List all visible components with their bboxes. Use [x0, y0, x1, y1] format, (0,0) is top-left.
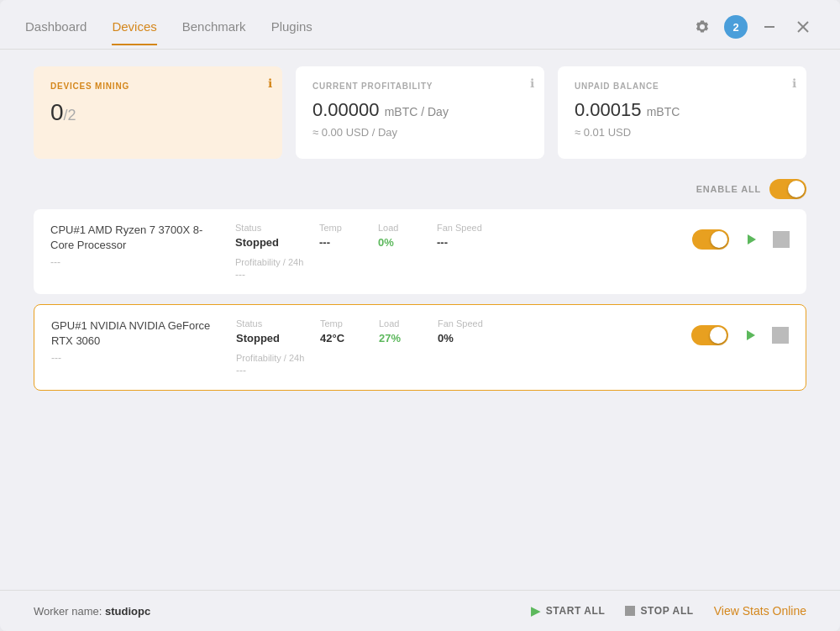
start-all-label: START ALL: [546, 605, 606, 617]
nav-tabs: Dashboard Devices Benchmark Plugins: [25, 19, 312, 45]
profitability-info-icon[interactable]: ℹ: [530, 76, 534, 90]
device-stats-values-gpu1: Stopped 42°C 27% 0%: [236, 332, 675, 344]
worker-name: Worker name: studiopc: [34, 605, 150, 618]
balance-sub: ≈ 0.01 USD: [575, 126, 790, 139]
device-play-gpu1[interactable]: [738, 323, 762, 347]
enable-all-row: ENABLE ALL: [34, 179, 806, 199]
notification-badge[interactable]: 2: [724, 15, 748, 39]
device-sub-gpu1: ---: [51, 352, 219, 364]
enable-all-label: ENABLE ALL: [696, 184, 761, 194]
close-icon[interactable]: [791, 15, 815, 39]
start-all-icon: ▶: [531, 604, 541, 618]
profitability-label-gpu1: Profitability / 24h: [236, 353, 675, 363]
device-stats-gpu1: Status Temp Load Fan Speed Stopped 42°C …: [236, 318, 675, 376]
device-stats-header-cpu1: Status Temp Load Fan Speed: [235, 223, 675, 233]
device-name-col-gpu1: GPU#1 NVIDIA NVIDIA GeForce RTX 3060 ---: [51, 318, 219, 364]
device-controls-gpu1: [691, 318, 789, 347]
profitability-label: CURRENT PROFITABILITY: [312, 82, 528, 91]
device-name-cpu1: CPU#1 AMD Ryzen 7 3700X 8-Core Processor: [50, 223, 218, 253]
devices-mining-info-icon[interactable]: ℹ: [268, 76, 272, 90]
device-card-gpu1: GPU#1 NVIDIA NVIDIA GeForce RTX 3060 ---…: [34, 304, 806, 391]
device-toggle-gpu1[interactable]: [691, 325, 728, 345]
svg-marker-5: [747, 330, 755, 340]
stop-all-label: STOP ALL: [640, 605, 693, 617]
main-content: ℹ DEVICES MINING 0/2 ℹ CURRENT PROFITABI…: [0, 50, 840, 590]
stats-row: ℹ DEVICES MINING 0/2 ℹ CURRENT PROFITABI…: [34, 66, 806, 159]
device-list: CPU#1 AMD Ryzen 7 3700X 8-Core Processor…: [34, 209, 806, 391]
balance-label: UNPAID BALANCE: [575, 82, 790, 91]
tab-devices[interactable]: Devices: [112, 19, 156, 45]
stop-all-button[interactable]: STOP ALL: [625, 605, 693, 617]
devices-mining-value: 0/2: [50, 99, 265, 126]
tab-benchmark[interactable]: Benchmark: [182, 19, 246, 45]
devices-mining-card: ℹ DEVICES MINING 0/2: [34, 66, 282, 159]
settings-icon[interactable]: [690, 15, 714, 39]
balance-card: ℹ UNPAID BALANCE 0.00015 mBTC ≈ 0.01 USD: [558, 66, 806, 159]
start-all-button[interactable]: ▶ START ALL: [531, 604, 605, 618]
footer: Worker name: studiopc ▶ START ALL STOP A…: [0, 590, 840, 631]
device-stats-header-gpu1: Status Temp Load Fan Speed: [236, 318, 675, 329]
device-card-cpu1: CPU#1 AMD Ryzen 7 3700X 8-Core Processor…: [34, 209, 806, 294]
balance-value: 0.00015 mBTC: [575, 99, 790, 121]
device-controls-cpu1: [692, 223, 790, 251]
device-play-cpu1[interactable]: [739, 228, 763, 251]
balance-info-icon[interactable]: ℹ: [792, 76, 796, 90]
profitability-value-gpu1: ---: [236, 365, 675, 376]
device-stop-cpu1[interactable]: [773, 231, 790, 248]
footer-actions: ▶ START ALL STOP ALL View Stats Online: [531, 604, 806, 618]
nav-bar: Dashboard Devices Benchmark Plugins 2: [0, 0, 840, 49]
view-stats-link[interactable]: View Stats Online: [714, 604, 806, 618]
tab-dashboard[interactable]: Dashboard: [25, 19, 87, 45]
profitability-value: 0.00000 mBTC / Day: [312, 99, 528, 121]
svg-marker-3: [748, 234, 756, 245]
nav-right: 2: [690, 15, 815, 49]
stop-all-icon: [625, 606, 635, 616]
device-name-gpu1: GPU#1 NVIDIA NVIDIA GeForce RTX 3060: [51, 318, 219, 349]
devices-mining-label: DEVICES MINING: [50, 82, 265, 91]
enable-all-toggle[interactable]: [769, 179, 806, 199]
profitability-label-cpu1: Profitability / 24h: [235, 257, 675, 267]
device-stop-gpu1[interactable]: [772, 327, 789, 344]
svg-rect-6: [775, 330, 785, 340]
profitability-value-cpu1: ---: [235, 269, 675, 281]
minimize-icon[interactable]: [758, 15, 781, 39]
device-name-col-cpu1: CPU#1 AMD Ryzen 7 3700X 8-Core Processor…: [50, 223, 218, 268]
profitability-sub: ≈ 0.00 USD / Day: [312, 126, 528, 139]
profitability-card: ℹ CURRENT PROFITABILITY 0.00000 mBTC / D…: [296, 66, 544, 159]
device-stats-values-cpu1: Stopped --- 0% ---: [235, 236, 675, 249]
svg-rect-4: [776, 234, 786, 245]
device-stats-cpu1: Status Temp Load Fan Speed Stopped --- 0…: [235, 223, 675, 281]
tab-plugins[interactable]: Plugins: [271, 19, 312, 45]
device-sub-cpu1: ---: [50, 256, 218, 268]
device-toggle-cpu1[interactable]: [692, 229, 729, 250]
